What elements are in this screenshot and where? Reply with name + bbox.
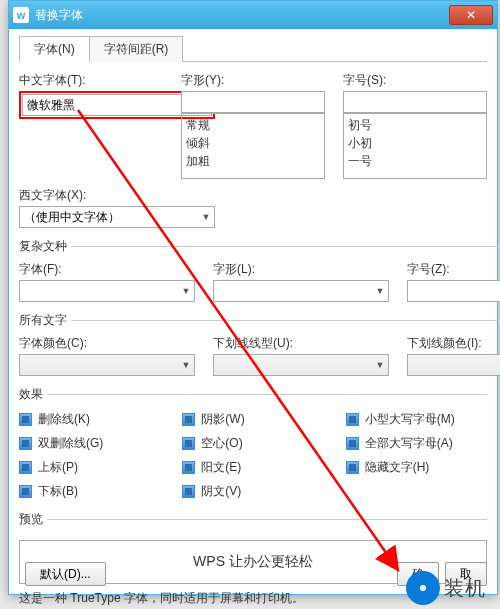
alltext-fieldset: 所有文字 字体颜色(C): ▼ 下划线线型(U): ▼ 下划线颜色(I): ▼ … bbox=[19, 312, 500, 376]
chk-shadow[interactable]: 阴影(W) bbox=[182, 409, 323, 429]
dropdown-arrow-icon[interactable]: ▼ bbox=[178, 286, 194, 296]
complex-fieldset: 复杂文种 字体(F): ▼ 字形(L): ▼ 字号(Z): ▼ bbox=[19, 238, 500, 302]
style-listbox[interactable]: 常规 倾斜 加粗 bbox=[181, 113, 325, 179]
dropdown-arrow-icon[interactable]: ▼ bbox=[372, 360, 388, 370]
checkbox-icon bbox=[182, 437, 195, 450]
checkbox-icon bbox=[346, 437, 359, 450]
legend-effects: 效果 bbox=[19, 386, 47, 403]
dialog-window: w 替换字体 ✕ 字体(N) 字符间距(R) 中文字体(T): ▼ bbox=[8, 0, 498, 595]
chk-sub[interactable]: 下标(B) bbox=[19, 481, 160, 501]
chk-allcaps[interactable]: 全部大写字母(A) bbox=[346, 433, 487, 453]
chk-smallcaps[interactable]: 小型大写字母(M) bbox=[346, 409, 487, 429]
label-ul-color: 下划线颜色(I): bbox=[407, 335, 500, 352]
close-icon: ✕ bbox=[466, 8, 476, 22]
dropdown-arrow-icon[interactable]: ▼ bbox=[178, 360, 194, 370]
tab-font[interactable]: 字体(N) bbox=[19, 36, 90, 62]
size-combo[interactable] bbox=[343, 91, 487, 113]
tab-bar: 字体(N) 字符间距(R) bbox=[19, 35, 487, 62]
chk-engrave[interactable]: 阴文(V) bbox=[182, 481, 323, 501]
style-l-combo[interactable]: ▼ bbox=[213, 280, 389, 302]
window-title: 替换字体 bbox=[35, 7, 83, 24]
chk-hidden[interactable]: 隐藏文字(H) bbox=[346, 457, 487, 477]
label-font-f: 字体(F): bbox=[19, 261, 195, 278]
chk-outline[interactable]: 空心(O) bbox=[182, 433, 323, 453]
watermark-logo-icon bbox=[406, 571, 440, 605]
chk-strike[interactable]: 删除线(K) bbox=[19, 409, 160, 429]
checkbox-icon bbox=[19, 413, 32, 426]
style-input[interactable] bbox=[182, 92, 340, 112]
list-item[interactable]: 小初 bbox=[348, 134, 482, 152]
label-west-font: 西文字体(X): bbox=[19, 187, 487, 204]
effects-fieldset: 效果 删除线(K) 阴影(W) 小型大写字母(M) 双删除线(G) 空心(O) … bbox=[19, 386, 487, 501]
chk-emboss[interactable]: 阳文(E) bbox=[182, 457, 323, 477]
watermark-text: 装机 bbox=[444, 575, 486, 602]
cn-font-input[interactable] bbox=[23, 95, 195, 115]
chk-dblstrike[interactable]: 双删除线(G) bbox=[19, 433, 160, 453]
style-combo[interactable] bbox=[181, 91, 325, 113]
dropdown-arrow-icon[interactable]: ▼ bbox=[198, 212, 214, 222]
legend-preview: 预览 bbox=[19, 511, 47, 528]
app-icon: w bbox=[13, 7, 29, 23]
label-cn-font: 中文字体(T): bbox=[19, 72, 163, 89]
label-ul-style: 下划线线型(U): bbox=[213, 335, 389, 352]
close-button[interactable]: ✕ bbox=[449, 5, 493, 25]
tab-spacing[interactable]: 字符间距(R) bbox=[89, 36, 184, 62]
label-size-z: 字号(Z): bbox=[407, 261, 500, 278]
ul-style-combo[interactable]: ▼ bbox=[213, 354, 389, 376]
checkbox-icon bbox=[19, 437, 32, 450]
dialog-body: 字体(N) 字符间距(R) 中文字体(T): ▼ 字形(Y): bbox=[9, 29, 497, 609]
legend-complex: 复杂文种 bbox=[19, 238, 71, 255]
list-item[interactable]: 一号 bbox=[348, 152, 482, 170]
size-input[interactable] bbox=[344, 92, 500, 112]
west-font-input[interactable] bbox=[20, 207, 198, 227]
size-listbox[interactable]: 初号 小初 一号 bbox=[343, 113, 487, 179]
label-font-color: 字体颜色(C): bbox=[19, 335, 195, 352]
list-item[interactable]: 加粗 bbox=[186, 152, 320, 170]
checkbox-icon bbox=[346, 461, 359, 474]
watermark: 装机 bbox=[406, 571, 486, 605]
west-font-combo[interactable]: ▼ bbox=[19, 206, 215, 228]
label-style: 字形(Y): bbox=[181, 72, 325, 89]
list-item[interactable]: 初号 bbox=[348, 116, 482, 134]
list-item[interactable]: 倾斜 bbox=[186, 134, 320, 152]
checkbox-icon bbox=[19, 461, 32, 474]
list-item[interactable]: 常规 bbox=[186, 116, 320, 134]
ul-color-combo[interactable]: ▼ bbox=[407, 354, 500, 376]
checkbox-icon bbox=[182, 413, 195, 426]
label-size: 字号(S): bbox=[343, 72, 487, 89]
checkbox-icon bbox=[182, 461, 195, 474]
legend-alltext: 所有文字 bbox=[19, 312, 71, 329]
titlebar: w 替换字体 ✕ bbox=[9, 1, 497, 29]
checkbox-icon bbox=[182, 485, 195, 498]
font-f-combo[interactable]: ▼ bbox=[19, 280, 195, 302]
default-button[interactable]: 默认(D)... bbox=[25, 562, 106, 586]
size-z-combo[interactable]: ▼ bbox=[407, 280, 500, 302]
effects-grid: 删除线(K) 阴影(W) 小型大写字母(M) 双删除线(G) 空心(O) 全部大… bbox=[19, 409, 487, 501]
checkbox-icon bbox=[346, 413, 359, 426]
font-color-combo[interactable]: ▼ bbox=[19, 354, 195, 376]
chk-sup[interactable]: 上标(P) bbox=[19, 457, 160, 477]
checkbox-icon bbox=[19, 485, 32, 498]
label-style-l: 字形(L): bbox=[213, 261, 389, 278]
dropdown-arrow-icon[interactable]: ▼ bbox=[372, 286, 388, 296]
